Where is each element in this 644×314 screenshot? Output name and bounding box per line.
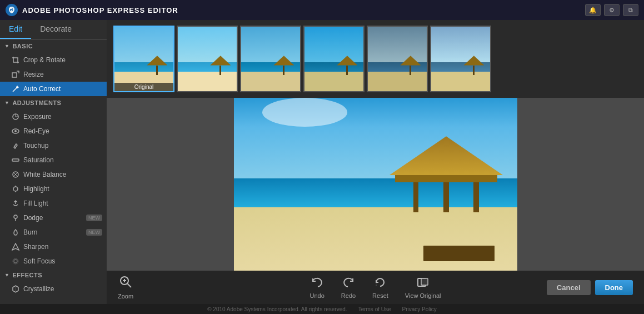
resize-label: Resize xyxy=(23,71,44,78)
sidebar-item-resize[interactable]: Resize xyxy=(0,67,107,82)
svg-point-13 xyxy=(14,215,17,218)
white-balance-label: White Balance xyxy=(23,171,66,178)
burn-badge: NEW xyxy=(86,229,102,236)
bottom-toolbar: Zoom Undo xyxy=(107,271,644,304)
filmstrip: Original xyxy=(107,20,644,98)
fill-icon xyxy=(11,199,20,208)
exposure-label: Exposure xyxy=(23,113,52,121)
dodge-label: Dodge xyxy=(23,214,43,222)
exposure-icon xyxy=(11,112,20,121)
sidebar-tabs: Edit Decorate xyxy=(0,20,107,39)
dodge-icon xyxy=(11,213,20,222)
filmstrip-label-original: Original xyxy=(114,83,173,91)
tab-decorate[interactable]: Decorate xyxy=(31,20,81,39)
arrow-icon-3: ▼ xyxy=(4,272,9,278)
sidebar-item-auto-correct[interactable]: Auto Correct xyxy=(0,82,107,96)
saturation-label: Saturation xyxy=(23,156,54,164)
zoom-label: Zoom xyxy=(118,293,133,300)
terms-link[interactable]: Terms of Use xyxy=(358,306,391,312)
highlight-label: Highlight xyxy=(23,185,49,193)
toolbar-right: Cancel Done xyxy=(547,280,633,295)
arrow-icon: ▼ xyxy=(4,43,9,49)
crystallize-label: Crystallize xyxy=(23,285,54,293)
sidebar: Edit Decorate ▼ BASIC Crop & Rotate xyxy=(0,20,107,304)
sidebar-item-crop-rotate[interactable]: Crop & Rotate xyxy=(0,53,107,67)
main-layout: Edit Decorate ▼ BASIC Crop & Rotate xyxy=(0,20,644,304)
title-bar: ADOBE PHOTOSHOP EXPRESS EDITOR 🔔 ⚙ ⧉ xyxy=(0,0,644,20)
filmstrip-item-original[interactable]: Original xyxy=(113,26,174,92)
notifications-button[interactable]: 🔔 xyxy=(585,4,601,16)
redo-icon xyxy=(342,276,355,291)
window-controls-button[interactable]: ⧉ xyxy=(623,4,638,16)
sharpen-icon xyxy=(11,242,20,251)
zoom-icon xyxy=(119,275,132,292)
reset-label: Reset xyxy=(372,292,388,299)
redo-label: Redo xyxy=(341,292,356,299)
red-eye-label: Red-Eye xyxy=(23,127,49,135)
svg-point-7 xyxy=(14,130,17,132)
sidebar-item-sharpen[interactable]: Sharpen xyxy=(0,240,107,254)
view-original-button[interactable]: View Original xyxy=(405,276,441,299)
sidebar-item-saturation[interactable]: Saturation xyxy=(0,153,107,167)
reset-button[interactable]: Reset xyxy=(372,276,388,299)
soft-focus-label: Soft Focus xyxy=(23,257,55,265)
svg-point-10 xyxy=(13,187,18,191)
sidebar-item-burn[interactable]: Burn NEW xyxy=(0,225,107,240)
dodge-badge: NEW xyxy=(86,215,102,221)
sharpen-label: Sharpen xyxy=(23,243,48,251)
view-original-label: View Original xyxy=(405,292,441,299)
eye-icon xyxy=(11,127,20,136)
burn-icon xyxy=(11,228,20,237)
redo-button[interactable]: Redo xyxy=(341,276,356,299)
svg-rect-8 xyxy=(12,159,19,161)
auto-correct-label: Auto Correct xyxy=(23,85,61,93)
filmstrip-item-2[interactable] xyxy=(240,26,301,92)
section-effects-header[interactable]: ▼ EFFECTS xyxy=(0,268,107,282)
section-basic-label: BASIC xyxy=(12,43,33,49)
crop-rotate-label: Crop & Rotate xyxy=(23,56,66,64)
highlight-icon xyxy=(11,185,20,193)
main-canvas xyxy=(107,98,644,271)
app-icon xyxy=(6,4,18,16)
undo-button[interactable]: Undo xyxy=(310,276,325,299)
wb-icon xyxy=(11,170,20,179)
arrow-icon-2: ▼ xyxy=(4,100,9,106)
resize-icon xyxy=(11,70,20,79)
main-image xyxy=(234,98,517,271)
tab-edit[interactable]: Edit xyxy=(0,20,31,39)
sidebar-item-white-balance[interactable]: White Balance xyxy=(0,167,107,182)
filmstrip-item-3[interactable] xyxy=(303,26,365,92)
status-bar: © 2010 Adobe Systems Incorporated. All r… xyxy=(0,304,644,314)
sidebar-item-soft-focus[interactable]: Soft Focus xyxy=(0,254,107,268)
svg-rect-0 xyxy=(12,73,17,77)
soft-icon xyxy=(11,257,20,266)
content-area: Original xyxy=(107,20,644,304)
done-button[interactable]: Done xyxy=(595,280,633,295)
sidebar-item-crystallize[interactable]: Crystallize xyxy=(0,282,107,296)
crop-icon xyxy=(11,56,20,64)
filmstrip-item-1[interactable] xyxy=(177,26,238,92)
sidebar-item-touchup[interactable]: Touchup xyxy=(0,138,107,153)
touchup-icon xyxy=(11,141,20,150)
zoom-tool[interactable]: Zoom xyxy=(118,275,133,300)
toolbar-center: Undo Redo xyxy=(310,276,441,299)
sidebar-item-dodge[interactable]: Dodge NEW xyxy=(0,211,107,225)
sidebar-item-exposure[interactable]: Exposure xyxy=(0,109,107,124)
svg-point-15 xyxy=(14,260,17,263)
filmstrip-item-4[interactable] xyxy=(367,26,428,92)
section-adjustments-header[interactable]: ▼ ADJUSTMENTS xyxy=(0,96,107,109)
sidebar-item-red-eye[interactable]: Red-Eye xyxy=(0,124,107,138)
filmstrip-item-5[interactable] xyxy=(430,26,491,92)
section-basic-header[interactable]: ▼ BASIC xyxy=(0,39,107,53)
undo-icon xyxy=(311,276,323,291)
undo-label: Undo xyxy=(310,292,325,299)
saturation-icon xyxy=(11,156,20,165)
copyright-text: © 2010 Adobe Systems Incorporated. All r… xyxy=(207,306,347,312)
cancel-button[interactable]: Cancel xyxy=(547,280,591,295)
privacy-link[interactable]: Privacy Policy xyxy=(402,306,437,312)
settings-button[interactable]: ⚙ xyxy=(604,4,620,16)
sidebar-item-highlight[interactable]: Highlight xyxy=(0,182,107,196)
svg-line-20 xyxy=(127,283,131,287)
sidebar-item-fill-light[interactable]: Fill Light xyxy=(0,196,107,211)
section-adjustments-label: ADJUSTMENTS xyxy=(12,99,61,106)
